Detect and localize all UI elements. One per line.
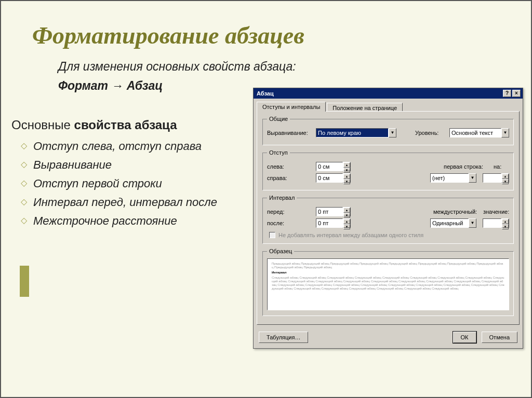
group-preview-legend: Образец — [267, 248, 294, 254]
help-button[interactable]: ? — [503, 90, 511, 97]
group-spacing: Интервал перед: 0 пт ▲▼ междустрочный: з… — [262, 195, 514, 244]
spinner-up-icon[interactable]: ▲ — [343, 174, 350, 179]
group-indent-legend: Отступ — [267, 149, 290, 156]
firstline-on-spinner[interactable]: ▲▼ — [483, 173, 509, 183]
slide-subtitle-1: Для изменения основных свойств абзаца: — [58, 60, 531, 74]
bullet-item: Межстрочное расстояние — [21, 214, 248, 228]
accent-block — [20, 266, 29, 297]
linespacing-select[interactable]: Одинарный ▼ — [430, 218, 476, 228]
spinner-down-icon[interactable]: ▼ — [343, 213, 350, 218]
properties-heading: Основные свойства абзаца — [11, 118, 248, 132]
firstline-label: первая строка: — [444, 163, 490, 170]
firstline-on-label: на: — [494, 163, 509, 170]
ok-button[interactable]: ОК — [453, 332, 476, 343]
menu-path-format: Формат — [58, 79, 108, 92]
space-before-spinner[interactable]: 0 пт ▲▼ — [316, 207, 351, 216]
dialog-titlebar[interactable]: Абзац ? × — [254, 88, 523, 99]
bullet-item: Отступ слева, отступ справа — [21, 140, 248, 153]
group-preview: Образец Предыдущий абзац Предыдущий абза… — [262, 248, 514, 316]
spinner-up-icon[interactable]: ▲ — [502, 219, 509, 224]
group-general: Общие Выравнивание: По левому краю ▼ Уро… — [262, 116, 514, 145]
dropdown-arrow-icon: ▼ — [469, 218, 476, 228]
bullet-item: Интервал перед, интервал после — [21, 196, 248, 209]
indent-right-spinner[interactable]: 0 см ▲▼ — [316, 173, 351, 183]
spinner-down-icon[interactable]: ▼ — [343, 179, 350, 184]
group-general-legend: Общие — [267, 116, 290, 122]
cancel-button[interactable]: Отмена — [482, 332, 517, 343]
spinner-down-icon[interactable]: ▼ — [343, 224, 350, 229]
preview-box: Предыдущий абзац Предыдущий абзац Предыд… — [267, 258, 509, 310]
spinner-down-icon[interactable]: ▼ — [502, 224, 509, 229]
close-button[interactable]: × — [512, 90, 521, 97]
spinner-up-icon[interactable]: ▲ — [343, 162, 350, 168]
space-after-spinner[interactable]: 0 пт ▲▼ — [316, 218, 351, 228]
linespacing-label: междустрочный: — [433, 209, 480, 215]
firstline-select[interactable]: (нет) ▼ — [430, 173, 476, 183]
space-before-label: перед: — [267, 209, 313, 215]
alignment-select[interactable]: По левому краю ▼ — [316, 128, 396, 138]
group-spacing-legend: Интервал — [267, 195, 297, 201]
no-space-same-style-label: Не добавлять интервал между абзацами одн… — [278, 232, 423, 238]
spinner-up-icon[interactable]: ▲ — [343, 208, 350, 213]
arrow-icon: → — [111, 79, 123, 92]
slide-title: Форматирование абзацев — [32, 22, 531, 49]
indent-left-label: слева: — [267, 163, 313, 170]
level-select[interactable]: Основной текст ▼ — [449, 128, 509, 138]
no-space-same-style-checkbox[interactable] — [269, 232, 275, 238]
tabs-button[interactable]: Табуляция… — [259, 332, 308, 343]
alignment-label: Выравнивание: — [267, 130, 313, 136]
bullet-item: Выравнивание — [21, 158, 248, 172]
spinner-down-icon[interactable]: ▼ — [502, 179, 509, 184]
spinner-up-icon[interactable]: ▲ — [502, 174, 509, 179]
menu-path-paragraph: Абзац — [127, 79, 163, 92]
linespacing-value-spinner[interactable]: ▲▼ — [483, 218, 509, 228]
space-after-label: после: — [267, 220, 313, 226]
group-indent: Отступ слева: 0 см ▲▼ первая строка: на:… — [262, 149, 514, 190]
indent-left-spinner[interactable]: 0 см ▲▼ — [316, 162, 351, 171]
dropdown-arrow-icon: ▼ — [389, 128, 396, 138]
spinner-up-icon[interactable]: ▲ — [343, 219, 350, 224]
spinner-down-icon[interactable]: ▼ — [343, 168, 350, 173]
paragraph-dialog: Абзац ? × Отступы и интервалы Положение … — [253, 88, 523, 349]
dropdown-arrow-icon: ▼ — [501, 128, 509, 138]
indent-right-label: справа: — [267, 175, 313, 181]
dialog-title: Абзац — [257, 88, 274, 99]
bullet-item: Отступ первой строки — [21, 177, 248, 190]
linespacing-value-label: значение: — [483, 209, 509, 215]
level-label: Уровень: — [415, 130, 446, 136]
dropdown-arrow-icon: ▼ — [469, 173, 476, 183]
tab-indents[interactable]: Отступы и интервалы — [257, 102, 326, 112]
